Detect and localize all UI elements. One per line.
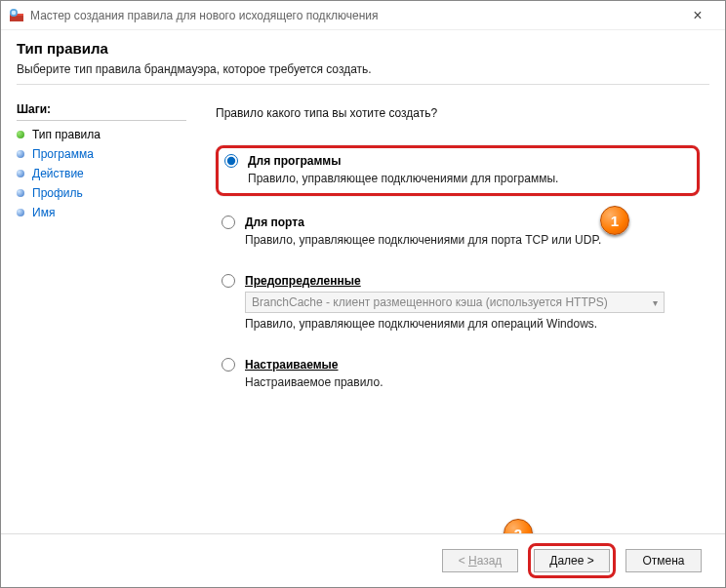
option-desc: Правило, управляющее подключениями для о… — [245, 317, 692, 331]
step-profile[interactable]: Профиль — [17, 183, 186, 203]
radio-program[interactable] — [224, 154, 238, 168]
page-title: Тип правила — [17, 40, 709, 57]
predefined-combo[interactable]: BranchCache - клиент размещенного кэша (… — [245, 292, 665, 313]
step-rule-type[interactable]: Тип правила — [17, 125, 186, 144]
question-text: Правило какого типа вы хотите создать? — [216, 106, 700, 120]
option-desc: Настраиваемое правило. — [245, 375, 692, 389]
step-action[interactable]: Действие — [17, 164, 186, 183]
radio-custom[interactable] — [222, 358, 235, 372]
divider — [17, 84, 709, 85]
combo-value: BranchCache - клиент размещенного кэша (… — [252, 295, 608, 309]
next-button[interactable]: Далее > — [534, 549, 610, 572]
next-highlight: Далее > — [528, 543, 616, 578]
option-label: Для порта — [245, 216, 304, 229]
step-label[interactable]: Программа — [32, 147, 94, 161]
back-label: Н — [468, 554, 477, 568]
bullet-icon — [17, 189, 24, 197]
svg-point-3 — [12, 10, 17, 15]
header: Тип правила Выберите тип правила брандма… — [1, 30, 725, 91]
option-program[interactable]: Для программы Правило, управляющее подкл… — [216, 145, 700, 196]
back-button: < Назад — [442, 549, 518, 572]
annotation-1: 1 — [600, 206, 629, 235]
radio-predefined[interactable] — [222, 274, 235, 288]
option-label: Предопределенные — [245, 274, 361, 288]
step-program[interactable]: Программа — [17, 144, 186, 164]
step-label: Тип правила — [32, 128, 101, 141]
option-predefined[interactable]: Предопределенные BranchCache - клиент ра… — [216, 268, 700, 338]
steps-sidebar: Шаги: Тип правила Программа Действие Про… — [1, 97, 196, 533]
chevron-down-icon: ▾ — [653, 297, 658, 308]
footer: < Назад Далее > Отмена — [1, 533, 725, 587]
next-label: Д — [549, 554, 557, 568]
page-subtitle: Выберите тип правила брандмауэра, которо… — [17, 62, 709, 76]
sidebar-title: Шаги: — [17, 102, 186, 116]
main-panel: Правило какого типа вы хотите создать? Д… — [196, 97, 725, 533]
titlebar: Мастер создания правила для нового исход… — [1, 1, 725, 30]
divider — [17, 120, 186, 121]
option-label: Для программы — [248, 154, 341, 168]
step-label[interactable]: Имя — [32, 206, 55, 219]
cancel-button[interactable]: Отмена — [625, 549, 702, 572]
option-label: Настраиваемые — [245, 358, 338, 372]
window-title: Мастер создания правила для нового исход… — [30, 9, 678, 22]
radio-port[interactable] — [222, 216, 235, 229]
bullet-icon — [17, 170, 24, 177]
step-name[interactable]: Имя — [17, 203, 186, 222]
option-desc: Правило, управляющее подключениями для п… — [248, 172, 689, 185]
close-icon[interactable]: × — [678, 1, 717, 30]
bullet-icon — [17, 209, 24, 216]
bullet-icon — [17, 131, 24, 138]
step-label[interactable]: Действие — [32, 167, 84, 180]
option-desc: Правило, управляющее подключениями для п… — [245, 233, 692, 247]
step-label[interactable]: Профиль — [32, 186, 83, 200]
bullet-icon — [17, 150, 24, 158]
firewall-icon — [9, 8, 24, 23]
option-custom[interactable]: Настраиваемые Настраиваемое правило. — [216, 352, 700, 397]
